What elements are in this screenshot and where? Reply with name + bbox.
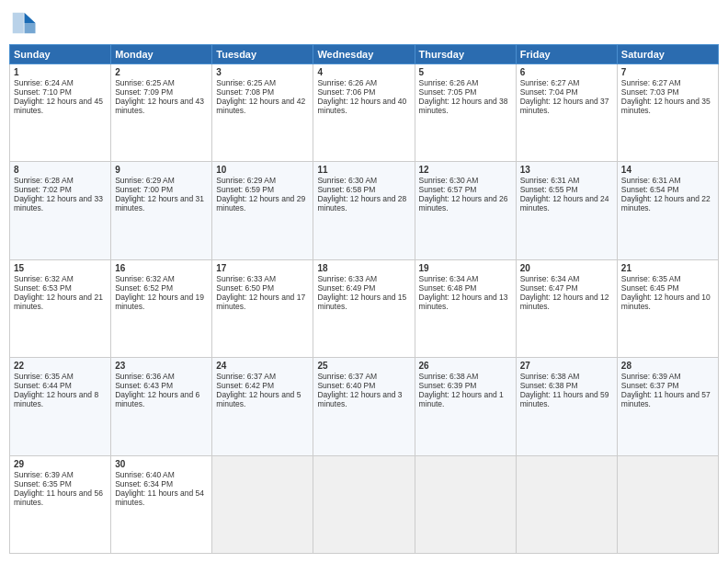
calendar-row-2: 15Sunrise: 6:32 AMSunset: 6:53 PMDayligh… [10,259,719,357]
day-number: 9 [115,165,208,175]
day-number: 18 [317,263,410,273]
daylight: Daylight: 12 hours and 3 minutes. [317,390,402,408]
sunset: Sunset: 6:44 PM [14,381,72,390]
calendar-cell: 26Sunrise: 6:38 AMSunset: 6:39 PMDayligh… [415,358,516,455]
sunset: Sunset: 6:58 PM [317,185,375,194]
sunrise: Sunrise: 6:31 AM [621,176,681,185]
day-number: 21 [621,263,714,273]
day-number: 5 [419,67,512,77]
sunset: Sunset: 6:39 PM [419,381,477,390]
calendar-cell: 19Sunrise: 6:34 AMSunset: 6:48 PMDayligh… [415,259,516,357]
sunset: Sunset: 6:42 PM [216,381,274,390]
calendar-cell: 17Sunrise: 6:33 AMSunset: 6:50 PMDayligh… [212,259,313,357]
daylight: Daylight: 12 hours and 38 minutes. [419,97,508,115]
calendar-cell: 22Sunrise: 6:35 AMSunset: 6:44 PMDayligh… [10,358,111,455]
day-number: 11 [317,165,410,175]
sunrise: Sunrise: 6:26 AM [317,78,377,87]
sunrise: Sunrise: 6:35 AM [14,372,74,381]
calendar-cell: 12Sunrise: 6:30 AMSunset: 6:57 PMDayligh… [415,162,516,259]
calendar-cell: 23Sunrise: 6:36 AMSunset: 6:43 PMDayligh… [111,358,212,455]
day-number: 24 [216,361,309,371]
day-number: 3 [216,67,309,77]
sunrise: Sunrise: 6:37 AM [216,372,276,381]
day-header-saturday: Saturday [617,45,718,64]
daylight: Daylight: 12 hours and 45 minutes. [14,97,103,115]
daylight: Daylight: 12 hours and 13 minutes. [419,293,508,311]
calendar-cell [212,455,313,553]
sunrise: Sunrise: 6:37 AM [317,372,377,381]
daylight: Daylight: 12 hours and 29 minutes. [216,194,305,213]
sunset: Sunset: 6:52 PM [115,283,173,293]
sunrise: Sunrise: 6:25 AM [216,78,276,87]
day-header-thursday: Thursday [415,45,516,64]
calendar-cell: 24Sunrise: 6:37 AMSunset: 6:42 PMDayligh… [212,358,313,455]
sunset: Sunset: 7:09 PM [115,87,173,97]
calendar-cell: 5Sunrise: 6:26 AMSunset: 7:05 PMDaylight… [415,64,516,162]
day-number: 17 [216,263,309,273]
calendar-cell: 11Sunrise: 6:30 AMSunset: 6:58 PMDayligh… [313,162,415,259]
day-number: 1 [14,67,107,77]
day-number: 6 [520,67,613,77]
sunset: Sunset: 6:53 PM [14,283,72,293]
daylight: Daylight: 12 hours and 8 minutes. [14,390,98,408]
calendar-cell: 18Sunrise: 6:33 AMSunset: 6:49 PMDayligh… [313,259,415,357]
sunrise: Sunrise: 6:34 AM [520,274,580,283]
calendar-cell: 30Sunrise: 6:40 AMSunset: 6:34 PMDayligh… [111,455,212,553]
daylight: Daylight: 12 hours and 6 minutes. [115,390,199,408]
sunrise: Sunrise: 6:29 AM [216,176,276,185]
calendar-cell: 20Sunrise: 6:34 AMSunset: 6:47 PMDayligh… [516,259,617,357]
day-number: 12 [419,165,512,175]
calendar-cell: 6Sunrise: 6:27 AMSunset: 7:04 PMDaylight… [516,64,617,162]
sunrise: Sunrise: 6:35 AM [621,274,681,283]
day-header-sunday: Sunday [10,45,111,64]
sunset: Sunset: 7:05 PM [419,87,477,97]
day-number: 13 [520,165,613,175]
daylight: Daylight: 12 hours and 26 minutes. [419,194,508,213]
day-number: 29 [14,459,107,469]
sunrise: Sunrise: 6:27 AM [520,78,580,87]
sunrise: Sunrise: 6:28 AM [14,176,74,185]
day-number: 23 [115,361,208,371]
logo [9,9,40,37]
sunrise: Sunrise: 6:26 AM [419,78,479,87]
day-number: 10 [216,165,309,175]
day-number: 14 [621,165,714,175]
svg-marker-1 [25,23,36,33]
calendar-cell: 4Sunrise: 6:26 AMSunset: 7:06 PMDaylight… [313,64,415,162]
sunrise: Sunrise: 6:33 AM [216,274,276,283]
day-header-friday: Friday [516,45,617,64]
sunset: Sunset: 6:35 PM [14,479,72,488]
daylight: Daylight: 12 hours and 15 minutes. [317,293,406,311]
calendar-cell [313,455,415,553]
calendar-cell [516,455,617,553]
sunset: Sunset: 6:50 PM [216,283,274,293]
sunrise: Sunrise: 6:38 AM [419,372,479,381]
day-number: 27 [520,361,613,371]
calendar-row-4: 29Sunrise: 6:39 AMSunset: 6:35 PMDayligh… [10,455,719,553]
day-header-wednesday: Wednesday [313,45,415,64]
calendar-cell: 7Sunrise: 6:27 AMSunset: 7:03 PMDaylight… [617,64,718,162]
daylight: Daylight: 12 hours and 5 minutes. [216,390,301,408]
daylight: Daylight: 12 hours and 42 minutes. [216,97,305,115]
sunset: Sunset: 6:59 PM [216,185,274,194]
sunset: Sunset: 6:55 PM [520,185,578,194]
sunset: Sunset: 7:06 PM [317,87,375,97]
sunrise: Sunrise: 6:27 AM [621,78,681,87]
day-number: 8 [14,165,107,175]
sunset: Sunset: 6:40 PM [317,381,375,390]
calendar-cell: 16Sunrise: 6:32 AMSunset: 6:52 PMDayligh… [111,259,212,357]
logo-icon [9,9,37,37]
calendar-cell: 13Sunrise: 6:31 AMSunset: 6:55 PMDayligh… [516,162,617,259]
svg-marker-0 [25,13,36,23]
daylight: Daylight: 12 hours and 22 minutes. [621,194,711,213]
sunrise: Sunrise: 6:36 AM [115,372,175,381]
calendar-cell: 8Sunrise: 6:28 AMSunset: 7:02 PMDaylight… [10,162,111,259]
daylight: Daylight: 12 hours and 37 minutes. [520,97,609,115]
sunset: Sunset: 6:57 PM [419,185,477,194]
calendar-cell: 27Sunrise: 6:38 AMSunset: 6:38 PMDayligh… [516,358,617,455]
daylight: Daylight: 12 hours and 33 minutes. [14,194,103,213]
sunrise: Sunrise: 6:30 AM [419,176,479,185]
sunrise: Sunrise: 6:30 AM [317,176,377,185]
sunrise: Sunrise: 6:39 AM [14,470,74,479]
day-number: 28 [621,361,714,371]
